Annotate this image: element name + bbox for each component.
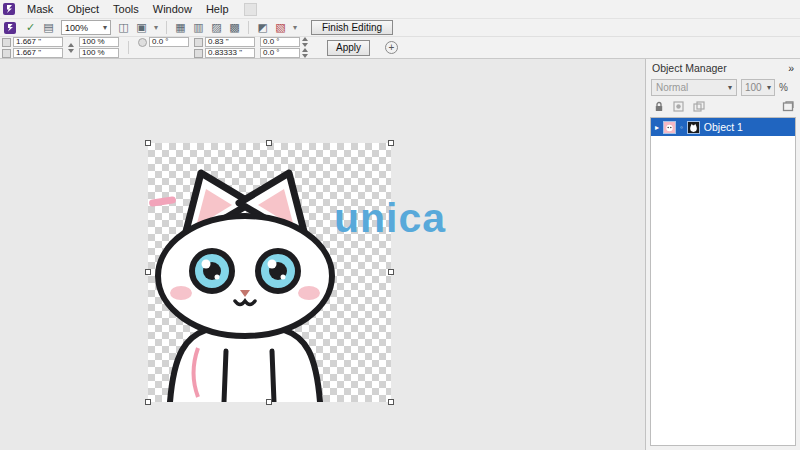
selection-handle-bottom-right[interactable] <box>388 399 394 405</box>
menu-window[interactable]: Window <box>146 1 199 17</box>
menu-object[interactable]: Object <box>60 1 106 17</box>
selection-handle-top-right[interactable] <box>388 140 394 146</box>
position-x-field[interactable]: 1.667 " <box>13 37 63 47</box>
document-icon[interactable]: ▤ <box>40 20 57 35</box>
chevron-down-icon: ▾ <box>728 83 732 92</box>
apply-button[interactable]: Apply <box>327 40 370 56</box>
menu-bar: Mask Object Tools Window Help <box>0 0 800 18</box>
standard-toolbar: ✓ ▤ 100% ▾ ◫ ▣ ▾ ▦ ▥ ▨ ▩ ◩ ▧ ▾ Finish Ed… <box>0 18 800 36</box>
new-object-icon[interactable] <box>781 101 794 113</box>
skew-vertical-field[interactable]: 0.0 ° <box>260 48 300 58</box>
menu-mask[interactable]: Mask <box>20 1 60 17</box>
grid-icon[interactable]: ▦ <box>172 20 189 35</box>
object-row[interactable]: ▸ ◦ Object 1 <box>651 118 795 136</box>
panel-header: Object Manager » <box>646 59 800 76</box>
mask-marquee-icon[interactable]: ◩ <box>254 20 271 35</box>
opacity-value: 100 <box>745 82 762 93</box>
app-icon <box>3 3 15 15</box>
merge-mode-select[interactable]: Normal ▾ <box>651 79 737 96</box>
size-width-icon <box>194 38 203 47</box>
chevron-down-icon[interactable]: ▾ <box>290 20 300 35</box>
scale-width-field[interactable]: 100 % <box>79 37 119 47</box>
menu-help[interactable]: Help <box>199 1 236 17</box>
zoom-value: 100% <box>65 23 88 33</box>
snap-icon[interactable]: ▣ <box>133 20 150 35</box>
selection-handle-top-left[interactable] <box>145 140 151 146</box>
add-icon[interactable]: + <box>385 41 398 54</box>
chevron-down-icon[interactable]: ▾ <box>151 20 161 35</box>
rotation-icon <box>138 38 147 47</box>
ruler-icon[interactable]: ▥ <box>190 20 207 35</box>
selection-handle-bottom-left[interactable] <box>145 399 151 405</box>
checkmark-icon[interactable]: ✓ <box>22 20 39 35</box>
panel-collapse-icon[interactable]: » <box>788 62 794 74</box>
object-thumbnail <box>687 121 700 134</box>
object-name-label: Object 1 <box>704 121 743 133</box>
expand-arrow-icon[interactable]: ▸ <box>655 123 659 132</box>
size-height-field[interactable]: 0.83333 " <box>205 48 255 58</box>
edited-image-frame[interactable] <box>148 143 391 402</box>
toolbar-separator <box>166 21 167 34</box>
opacity-unit-label: % <box>779 82 788 93</box>
canvas-area[interactable]: unica <box>0 59 645 450</box>
size-width-field[interactable]: 0.83 " <box>205 37 255 47</box>
watermark-text: unica <box>334 198 446 239</box>
position-x-icon <box>2 38 11 47</box>
size-height-icon <box>194 49 203 58</box>
selection-handle-middle-right[interactable] <box>388 269 394 275</box>
cat-image <box>148 143 391 402</box>
panel-icon-row <box>646 98 800 115</box>
mask-thumbnail <box>663 121 676 134</box>
scale-height-field[interactable]: 100 % <box>79 48 119 58</box>
finish-editing-button[interactable]: Finish Editing <box>311 20 393 35</box>
workspace: unica Object Manager » Normal ▾ 100 ▾ % <box>0 59 800 450</box>
clip-mask-icon[interactable] <box>672 101 685 113</box>
rotation-field[interactable]: 0.0 ° <box>149 37 189 47</box>
lock-transparency-icon[interactable] <box>652 101 665 113</box>
brush-icon[interactable]: ▧ <box>272 20 289 35</box>
chevron-down-icon: ▾ <box>103 23 107 32</box>
clipboard-icon[interactable]: ◫ <box>115 20 132 35</box>
selection-handle-middle-left[interactable] <box>145 269 151 275</box>
window-icon[interactable]: ▩ <box>226 20 243 35</box>
merge-mode-value: Normal <box>656 82 688 93</box>
zoom-level-combo[interactable]: 100% ▾ <box>61 20 111 35</box>
skew-v-spinner[interactable] <box>302 48 308 58</box>
skew-h-spinner[interactable] <box>302 37 308 47</box>
position-y-field[interactable]: 1.667 " <box>13 48 63 58</box>
toolbar-separator <box>248 21 249 34</box>
skew-horizontal-field[interactable]: 0.0 ° <box>260 37 300 47</box>
lightning-icon[interactable] <box>4 22 16 34</box>
clip-indicator-icon: ◦ <box>680 123 683 132</box>
propbar-separator <box>128 41 129 54</box>
position-spinner[interactable] <box>68 43 74 53</box>
pattern-icon[interactable]: ▨ <box>208 20 225 35</box>
selection-handle-bottom-center[interactable] <box>266 399 272 405</box>
menu-tools[interactable]: Tools <box>106 1 146 17</box>
property-bar: 1.667 " 1.667 " 100 % 100 % 0.0 ° 0.83 "… <box>0 36 800 59</box>
panel-title: Object Manager <box>652 62 727 74</box>
object-list[interactable]: ▸ ◦ Object 1 <box>650 117 796 446</box>
object-manager-panel: Object Manager » Normal ▾ 100 ▾ % <box>645 59 800 450</box>
opacity-field[interactable]: 100 ▾ <box>741 79 775 96</box>
selection-handle-top-center[interactable] <box>266 140 272 146</box>
panel-controls: Normal ▾ 100 ▾ % <box>646 76 800 98</box>
combine-objects-icon[interactable] <box>692 101 705 113</box>
workspace-icon[interactable] <box>244 3 257 16</box>
chevron-down-icon: ▾ <box>767 83 771 92</box>
position-y-icon <box>2 49 11 58</box>
